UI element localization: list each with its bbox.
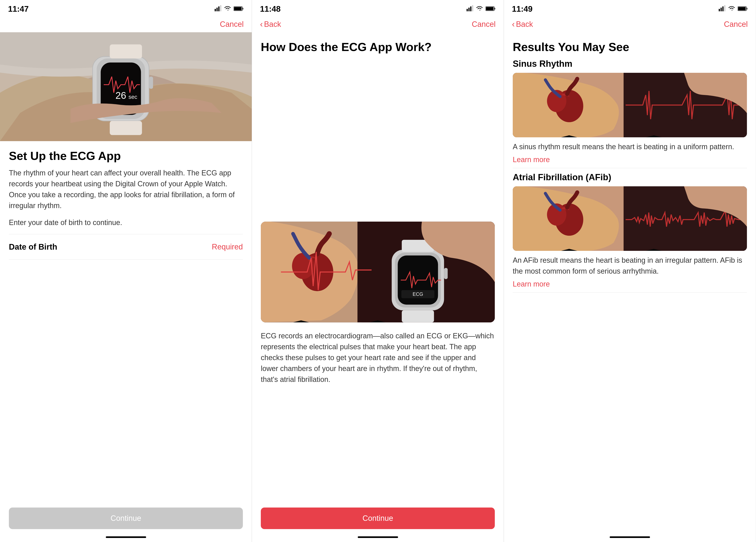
svg-rect-2 — [218, 6, 219, 11]
wifi-icon — [224, 5, 231, 13]
sinus-title: Sinus Rhythm — [513, 59, 747, 69]
back-button-3[interactable]: ‹ Back — [512, 19, 533, 29]
signal-icon-3 — [719, 5, 726, 13]
svg-rect-0 — [215, 9, 216, 11]
prompt-text-1: Enter your date of birth to continue. — [9, 217, 243, 228]
body-text-1: The rhythm of your heart can affect your… — [9, 167, 243, 211]
afib-description: An AFib result means the heart is beatin… — [513, 255, 747, 277]
screen-content-3: Results You May See Sinus Rhythm — [504, 32, 756, 533]
home-indicator-3 — [610, 536, 650, 538]
svg-rect-3 — [220, 5, 221, 11]
battery-icon — [234, 5, 244, 13]
dob-field-row[interactable]: Date of Birth Required — [9, 238, 243, 255]
svg-rect-23 — [486, 7, 494, 10]
svg-rect-43 — [747, 8, 747, 9]
svg-rect-5 — [242, 8, 243, 9]
status-bar-1: 11:47 — [0, 0, 252, 16]
screen-content-2: How Does the ECG App Work? — [252, 32, 504, 221]
status-icons-1 — [215, 5, 244, 13]
ecg-illustration-2: ECG — [261, 221, 495, 323]
svg-text:26: 26 — [115, 90, 126, 101]
back-chevron-icon-3: ‹ — [512, 19, 515, 29]
screen-content-1: Set Up the ECG App The rhythm of your he… — [0, 141, 252, 504]
svg-text:ECG: ECG — [413, 291, 423, 297]
svg-rect-14 — [110, 44, 142, 58]
wifi-icon-2 — [476, 5, 483, 13]
signal-icon — [215, 5, 221, 13]
svg-rect-20 — [472, 5, 473, 11]
nav-bar-3: ‹ Back Cancel — [504, 16, 756, 32]
status-time-3: 11:49 — [512, 4, 532, 14]
svg-rect-41 — [724, 5, 725, 11]
status-icons-2 — [467, 5, 496, 13]
afib-title: Atrial Fibrillation (AFib) — [513, 172, 747, 182]
svg-rect-16 — [149, 77, 153, 89]
svg-rect-39 — [721, 8, 722, 11]
svg-rect-35 — [444, 268, 448, 279]
continue-button-1[interactable]: Continue — [9, 508, 243, 529]
svg-rect-19 — [470, 6, 471, 11]
body-section-2: ECG records an electrocardiogram—also ca… — [252, 331, 504, 504]
battery-icon-2 — [486, 5, 496, 13]
svg-rect-38 — [719, 9, 720, 11]
cancel-button-3[interactable]: Cancel — [724, 20, 748, 29]
cancel-button-1[interactable]: Cancel — [220, 20, 244, 29]
body-text-2: ECG records an electrocardiogram—also ca… — [261, 331, 495, 385]
status-icons-3 — [719, 5, 748, 13]
status-time-1: 11:47 — [8, 4, 29, 14]
home-indicator-2 — [358, 536, 398, 538]
sinus-description: A sinus rhythm result means the heart is… — [513, 141, 747, 152]
screen-1: 11:47 Cancel — [0, 0, 252, 542]
signal-icon-2 — [467, 5, 473, 13]
afib-illustration — [513, 186, 747, 251]
nav-bar-2: ‹ Back Cancel — [252, 16, 504, 32]
status-bar-3: 11:49 — [504, 0, 756, 16]
page-title-3: Results You May See — [513, 40, 747, 54]
cancel-button-2[interactable]: Cancel — [472, 20, 496, 29]
svg-rect-1 — [216, 8, 218, 11]
wifi-icon-3 — [728, 5, 735, 13]
home-indicator-1 — [106, 536, 146, 538]
page-title-2: How Does the ECG App Work? — [261, 40, 495, 54]
svg-text:sec: sec — [128, 94, 137, 100]
nav-bar-1: Cancel — [0, 16, 252, 32]
back-label-2: Back — [264, 20, 281, 29]
svg-rect-15 — [110, 121, 142, 135]
page-title-1: Set Up the ECG App — [9, 149, 243, 163]
status-bar-2: 11:48 — [252, 0, 504, 16]
battery-icon-3 — [738, 5, 748, 13]
svg-rect-6 — [234, 7, 242, 10]
dob-required: Required — [212, 242, 243, 251]
screen-3: 11:49 ‹ Back Cancel Results You May See … — [504, 0, 756, 542]
svg-rect-17 — [467, 9, 468, 11]
svg-rect-44 — [738, 7, 746, 10]
back-chevron-icon-2: ‹ — [260, 19, 263, 29]
svg-rect-18 — [468, 8, 470, 11]
svg-rect-34 — [402, 310, 434, 322]
sinus-illustration — [513, 73, 747, 137]
continue-button-2[interactable]: Continue — [261, 508, 495, 529]
svg-rect-40 — [722, 6, 724, 11]
divider-2 — [9, 259, 243, 260]
status-time-2: 11:48 — [260, 4, 281, 14]
dob-label: Date of Birth — [9, 242, 57, 251]
hero-image: 26 sec — [0, 32, 252, 141]
screen-2: 11:48 ‹ Back Cancel How Does the ECG App… — [252, 0, 504, 542]
sinus-learn-more[interactable]: Learn more — [513, 155, 747, 164]
svg-rect-22 — [494, 8, 495, 9]
back-label-3: Back — [516, 20, 533, 29]
back-button-2[interactable]: ‹ Back — [260, 19, 281, 29]
afib-learn-more[interactable]: Learn more — [513, 280, 747, 288]
